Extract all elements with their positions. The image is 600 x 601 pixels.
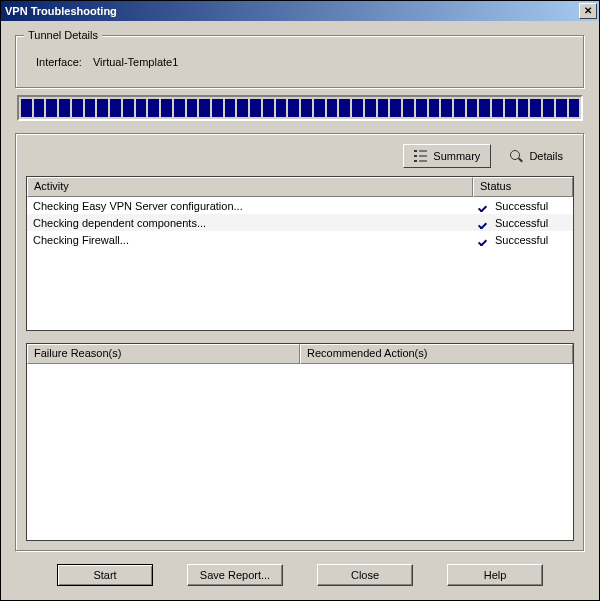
failure-grid-body [27,364,573,540]
progress-segment [199,99,210,117]
table-row[interactable]: Checking dependent components...Successf… [27,214,573,231]
help-button[interactable]: Help [447,564,543,586]
summary-button[interactable]: Summary [403,144,491,168]
window-body: Tunnel Details Interface: Virtual-Templa… [1,21,599,600]
details-label: Details [529,150,563,162]
progress-segment [34,99,45,117]
table-row[interactable]: Checking Firewall...Successful [27,231,573,248]
progress-segment [467,99,478,117]
progress-bar [17,95,583,121]
col-status[interactable]: Status [473,177,573,197]
progress-segment [569,99,580,117]
progress-segment [378,99,389,117]
status-text: Successful [495,200,548,212]
failure-grid: Failure Reason(s) Recommended Action(s) [26,343,574,541]
progress-segment [327,99,338,117]
progress-segment [314,99,325,117]
tunnel-details-group: Tunnel Details Interface: Virtual-Templa… [15,35,585,89]
progress-segment [479,99,490,117]
table-row[interactable]: Checking Easy VPN Server configuration..… [27,197,573,214]
progress-segment [441,99,452,117]
close-button[interactable]: Close [317,564,413,586]
progress-segment [301,99,312,117]
status-cell: Successful [473,217,573,229]
status-cell: Successful [473,200,573,212]
progress-segment [403,99,414,117]
progress-segment [187,99,198,117]
progress-segment [250,99,261,117]
tunnel-details-legend: Tunnel Details [24,29,102,41]
details-button[interactable]: Details [499,144,574,168]
status-cell: Successful [473,234,573,246]
progress-segment [212,99,223,117]
progress-segment [505,99,516,117]
progress-segment [46,99,57,117]
status-text: Successful [495,234,548,246]
checkmark-icon [479,201,491,211]
col-recommended-action[interactable]: Recommended Action(s) [300,344,573,364]
progress-segment [416,99,427,117]
progress-segment [276,99,287,117]
progress-segment [225,99,236,117]
interface-value: Virtual-Template1 [93,56,178,68]
progress-segment [85,99,96,117]
progress-segment [454,99,465,117]
progress-segment [429,99,440,117]
titlebar: VPN Troubleshooting ✕ [1,1,599,21]
view-toolbar: Summary Details [26,144,574,168]
activity-grid-header: Activity Status [27,177,573,197]
failure-grid-header: Failure Reason(s) Recommended Action(s) [27,344,573,364]
activity-grid: Activity Status Checking Easy VPN Server… [26,176,574,331]
progress-segment [123,99,134,117]
col-activity[interactable]: Activity [27,177,473,197]
progress-segment [518,99,529,117]
progress-segment [59,99,70,117]
progress-segment [21,99,32,117]
window-title: VPN Troubleshooting [5,5,579,17]
results-panel: Summary Details Activity Status Checking… [15,133,585,552]
progress-segment [556,99,567,117]
col-failure-reason[interactable]: Failure Reason(s) [27,344,300,364]
magnifier-icon [510,150,523,163]
activity-grid-body: Checking Easy VPN Server configuration..… [27,197,573,248]
button-row: Start Save Report... Close Help [15,552,585,590]
progress-segment [543,99,554,117]
progress-segment [110,99,121,117]
progress-segment [390,99,401,117]
progress-segment [365,99,376,117]
checkmark-icon [479,235,491,245]
progress-segment [161,99,172,117]
progress-segment [352,99,363,117]
progress-segment [339,99,350,117]
interface-row: Interface: Virtual-Template1 [26,50,574,78]
summary-label: Summary [433,150,480,162]
save-report-button[interactable]: Save Report... [187,564,283,586]
progress-segment [530,99,541,117]
status-text: Successful [495,217,548,229]
progress-segment [97,99,108,117]
progress-segment [237,99,248,117]
checkmark-icon [479,218,491,228]
progress-segment [492,99,503,117]
activity-cell: Checking Easy VPN Server configuration..… [27,200,473,212]
progress-segment [263,99,274,117]
progress-segment [136,99,147,117]
progress-segment [72,99,83,117]
progress-segment [174,99,185,117]
start-button[interactable]: Start [57,564,153,586]
interface-label: Interface: [36,56,82,68]
progress-segment [148,99,159,117]
list-icon [414,150,427,162]
vpn-troubleshooting-window: VPN Troubleshooting ✕ Tunnel Details Int… [0,0,600,601]
activity-cell: Checking dependent components... [27,217,473,229]
close-icon[interactable]: ✕ [579,3,597,19]
progress-segment [288,99,299,117]
activity-cell: Checking Firewall... [27,234,473,246]
